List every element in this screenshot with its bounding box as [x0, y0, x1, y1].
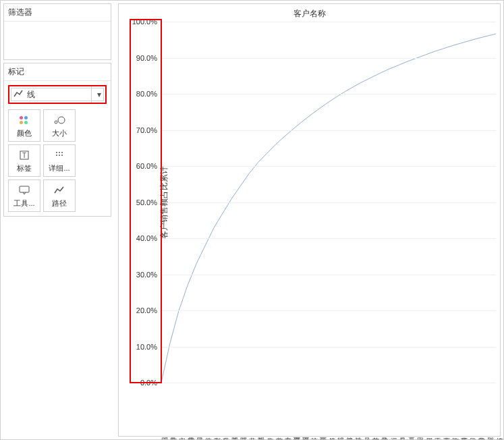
- svg-point-5: [59, 152, 60, 153]
- marks-path-label: 路径: [52, 198, 67, 209]
- color-icon: [20, 113, 29, 127]
- x-tick-label: 马惠英: [169, 387, 176, 432]
- x-tick-label: 段杰: [470, 387, 476, 432]
- x-tick-label: 毛惠: [434, 387, 441, 432]
- size-icon: [53, 113, 65, 127]
- x-tick-label: 冯娟: [337, 387, 344, 432]
- gridline: [161, 94, 496, 94]
- marks-color-label: 颜色: [17, 128, 32, 138]
- y-tick: 10.0%: [136, 343, 161, 351]
- x-tick-label: 秦丽娜: [293, 387, 300, 432]
- marks-detail[interactable]: 详细...: [43, 144, 76, 177]
- svg-text:T: T: [22, 152, 26, 159]
- y-tick: 20.0%: [136, 306, 161, 314]
- x-tick-label: 朱黎明: [258, 387, 264, 432]
- x-tick-label: 余丽娜: [302, 387, 308, 432]
- y-tick: 90.0%: [136, 54, 161, 62]
- line-icon: [13, 89, 23, 101]
- svg-point-7: [56, 155, 57, 156]
- x-tick-label: 黄香明: [231, 387, 238, 432]
- svg-point-8: [59, 155, 60, 156]
- gridline: [161, 310, 496, 311]
- gridline: [161, 166, 496, 167]
- svg-rect-10: [20, 186, 29, 192]
- x-tick-label: 叶梅: [310, 387, 317, 432]
- x-tick-label: 韩夫: [204, 387, 211, 432]
- x-tick-label: 蔡龙: [249, 387, 256, 432]
- x-tick-label: 邵涛: [487, 387, 494, 432]
- svg-point-0: [55, 121, 57, 123]
- x-tick-label: 范宁: [275, 387, 282, 432]
- x-tick-label: 曹惠: [443, 387, 450, 432]
- chart-title: 客户名称: [119, 8, 500, 20]
- x-tick-label: 马盛英: [381, 387, 388, 432]
- x-tick-label: 阎健: [346, 387, 353, 432]
- x-tick-label: 曹康慧: [461, 387, 468, 432]
- svg-point-4: [56, 152, 57, 153]
- marks-panel: 标记 线 ▾ 颜色 大小: [3, 63, 111, 217]
- path-icon: [54, 184, 65, 197]
- marks-grid: 颜色 大小 T 标签 详细...: [4, 108, 111, 216]
- gridline: [161, 238, 496, 239]
- label-icon: T: [19, 148, 30, 162]
- gridline: [161, 22, 496, 22]
- gridline: [161, 383, 496, 383]
- y-tick: 60.0%: [136, 162, 161, 170]
- y-tick: 50.0%: [136, 198, 161, 207]
- chart-area: 客户名称 客户销售额占比累计 0.0%10.0%20.0%30.0%40.0%5…: [118, 3, 501, 437]
- marks-tooltip-label: 工具...: [13, 198, 34, 209]
- x-tick-label: 赵樱: [425, 387, 432, 432]
- gridline: [161, 275, 496, 275]
- y-tick: 0.0%: [140, 379, 161, 387]
- marks-label[interactable]: T 标签: [8, 144, 40, 177]
- x-tick-label: 舒伟: [329, 387, 335, 432]
- x-tick-label: 段立荣: [478, 387, 485, 432]
- x-tick-label: 范雯: [187, 387, 194, 432]
- x-tick-label: 俏凤: [196, 387, 202, 432]
- x-tick-label: 钱伟: [355, 387, 362, 432]
- marks-color[interactable]: 颜色: [8, 109, 40, 142]
- marks-path[interactable]: 路径: [43, 180, 76, 212]
- gridline: [161, 347, 496, 348]
- marks-size-label: 大小: [52, 128, 67, 138]
- x-tick-label: 谈涛: [496, 387, 503, 432]
- marks-detail-label: 详细...: [49, 163, 69, 173]
- x-tick-label: 夏元: [408, 387, 414, 432]
- x-tick-label: 马龙升: [399, 387, 405, 432]
- y-tick: 30.0%: [136, 271, 161, 279]
- tooltip-icon: [19, 184, 30, 197]
- x-tick-label: 袁伟: [267, 387, 273, 432]
- x-tick-label: 林丹: [364, 387, 370, 432]
- marks-label-label: 标签: [17, 163, 32, 173]
- x-tick-label: 韩荣荣: [372, 387, 379, 432]
- x-tick-label: 曹明: [240, 387, 247, 432]
- y-tick: 40.0%: [136, 234, 161, 242]
- detail-icon: [55, 148, 64, 162]
- svg-point-9: [61, 155, 63, 156]
- x-tick-label: 冯龙: [390, 387, 397, 432]
- mark-type-label: 线: [27, 89, 91, 101]
- marks-tooltip[interactable]: 工具...: [8, 180, 40, 212]
- plot: 客户销售额占比累计 0.0%10.0%20.0%30.0%40.0%50.0%6…: [161, 22, 496, 383]
- x-axis-labels: 邓惠马惠英唐安范雯俏凤韩夫韦彩蒋升黄香明曹明蔡龙朱黎明袁伟范宁秦宁秦丽娜余丽娜叶…: [161, 385, 496, 432]
- marks-label: 标记: [4, 63, 111, 81]
- left-panel: 筛选器 标记 线 ▾ 颜色 大小: [3, 3, 111, 219]
- x-tick-label: 蒋升: [223, 387, 229, 432]
- x-tick-label: 韩丽青: [319, 387, 326, 432]
- y-tick: 80.0%: [136, 90, 161, 98]
- y-tick: 70.0%: [136, 126, 161, 134]
- filters-panel: 筛选器: [3, 3, 111, 60]
- x-tick-label: 邓惠: [161, 387, 167, 432]
- y-tick: 100.0%: [132, 18, 161, 26]
- gridline: [161, 58, 496, 59]
- x-tick-label: 田淑方: [416, 387, 423, 432]
- x-tick-label: 陈杰: [452, 387, 459, 432]
- chevron-down-icon: ▾: [91, 86, 101, 103]
- svg-point-6: [61, 152, 63, 153]
- mark-type-dropdown[interactable]: 线 ▾: [8, 85, 107, 104]
- gridline: [161, 202, 496, 203]
- filters-body[interactable]: [4, 22, 111, 59]
- x-tick-label: 秦宁: [284, 387, 291, 432]
- marks-size[interactable]: 大小: [43, 109, 76, 142]
- gridline: [161, 130, 496, 131]
